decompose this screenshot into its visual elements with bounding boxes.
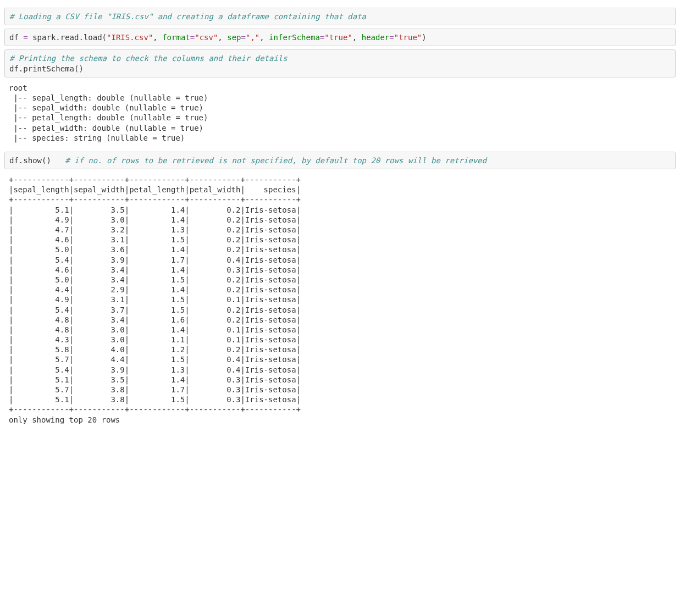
code-cell-2[interactable]: df = spark.read.load("IRIS.csv", format=… (4, 29, 676, 46)
code-token: df.show() (9, 156, 65, 165)
comment-text: # Loading a CSV file "IRIS.csv" and crea… (9, 12, 366, 21)
code-token: , (153, 33, 162, 42)
code-token: "," (246, 33, 259, 42)
code-cell-4[interactable]: df.show() # if no. of rows to be retriev… (4, 152, 676, 169)
code-token: df (9, 33, 23, 42)
code-token: "IRIS.csv" (107, 33, 153, 42)
code-cell-1[interactable]: # Loading a CSV file "IRIS.csv" and crea… (4, 8, 676, 25)
code-token: sep (227, 33, 241, 42)
code-token: = (389, 33, 394, 42)
code-token: , (352, 33, 362, 42)
code-token: inferSchema (269, 33, 320, 42)
code-token: format (162, 33, 190, 42)
comment-text: # if no. of rows to be retrieved is not … (65, 156, 486, 165)
code-token: spark.read.load( (28, 33, 107, 42)
comment-text: # Printing the schema to check the colum… (9, 54, 288, 63)
code-token: = (190, 33, 195, 42)
table-output: +------------+-----------+------------+-… (4, 173, 676, 430)
code-cell-3[interactable]: # Printing the schema to check the colum… (4, 49, 676, 77)
code-token: = (241, 33, 246, 42)
code-token: df.printSchema (9, 64, 74, 73)
code-token: "csv" (195, 33, 218, 42)
code-token: = (23, 33, 27, 42)
schema-output: root |-- sepal_length: double (nullable … (4, 81, 676, 148)
code-token: ) (79, 64, 83, 73)
code-token: = (320, 33, 324, 42)
code-token: , (259, 33, 269, 42)
code-token: "true" (394, 33, 422, 42)
code-token: , (218, 33, 227, 42)
code-token: ) (422, 33, 426, 42)
code-token: "true" (324, 33, 352, 42)
code-token: header (362, 33, 390, 42)
